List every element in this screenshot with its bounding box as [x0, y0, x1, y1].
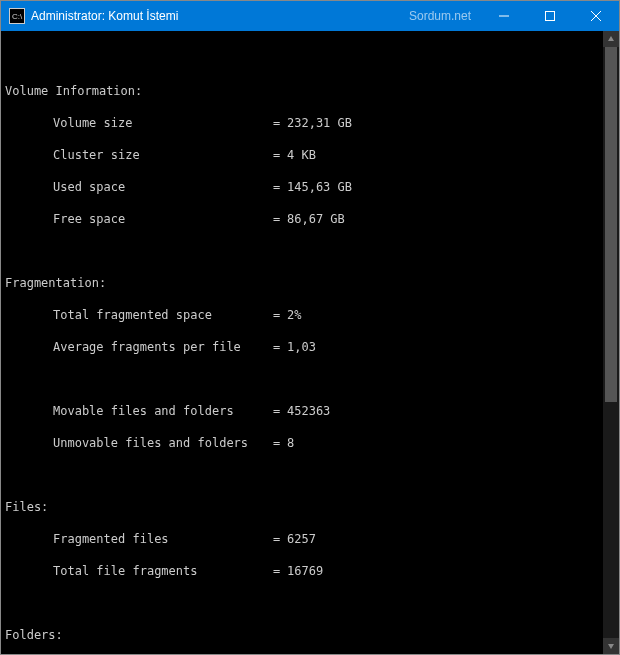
row-value: 8	[287, 435, 294, 451]
svg-rect-1	[546, 12, 555, 21]
blank-line	[5, 595, 603, 611]
row-value: 232,31 GB	[287, 115, 352, 131]
section-header: Volume Information:	[5, 83, 142, 99]
row-label: Free space	[53, 211, 273, 227]
equals: =	[273, 115, 287, 131]
vertical-scrollbar[interactable]	[603, 31, 619, 654]
row-value: 452363	[287, 403, 330, 419]
row-value: 145,63 GB	[287, 179, 352, 195]
svg-marker-4	[608, 36, 614, 41]
equals: =	[273, 307, 287, 323]
minimize-button[interactable]	[481, 1, 527, 31]
minimize-icon	[499, 11, 509, 21]
equals: =	[273, 339, 287, 355]
row-label: Used space	[53, 179, 273, 195]
equals: =	[273, 179, 287, 195]
equals: =	[273, 147, 287, 163]
row-value: 6257	[287, 531, 316, 547]
close-icon	[591, 11, 601, 21]
watermark: Sordum.net	[409, 9, 471, 23]
scroll-down-arrow-icon[interactable]	[603, 638, 619, 654]
svg-marker-5	[608, 644, 614, 649]
row-value: 86,67 GB	[287, 211, 345, 227]
row-value: 1,03	[287, 339, 316, 355]
section-header: Fragmentation:	[5, 275, 106, 291]
window-controls	[481, 1, 619, 31]
maximize-button[interactable]	[527, 1, 573, 31]
terminal-container: Volume Information: Volume size=232,31 G…	[1, 31, 619, 654]
equals: =	[273, 531, 287, 547]
row-label: Movable files and folders	[53, 403, 273, 419]
blank-line	[5, 243, 603, 259]
row-label: Cluster size	[53, 147, 273, 163]
equals: =	[273, 211, 287, 227]
equals: =	[273, 435, 287, 451]
cmd-icon: C:\	[9, 8, 25, 24]
equals: =	[273, 563, 287, 579]
row-label: Total fragmented space	[53, 307, 273, 323]
blank-line	[5, 51, 603, 67]
scroll-thumb[interactable]	[605, 47, 617, 402]
section-header: Files:	[5, 499, 48, 515]
scroll-track[interactable]	[603, 47, 619, 638]
close-button[interactable]	[573, 1, 619, 31]
titlebar: C:\ Administrator: Komut İstemi Sordum.n…	[1, 1, 619, 31]
scroll-up-arrow-icon[interactable]	[603, 31, 619, 47]
row-label: Fragmented files	[53, 531, 273, 547]
row-value: 16769	[287, 563, 323, 579]
equals: =	[273, 403, 287, 419]
row-label: Unmovable files and folders	[53, 435, 273, 451]
row-label: Average fragments per file	[53, 339, 273, 355]
row-label: Total file fragments	[53, 563, 273, 579]
blank-line	[5, 371, 603, 387]
blank-line	[5, 467, 603, 483]
section-header: Folders:	[5, 627, 63, 643]
terminal-output[interactable]: Volume Information: Volume size=232,31 G…	[1, 31, 603, 654]
maximize-icon	[545, 11, 555, 21]
row-value: 2%	[287, 307, 301, 323]
row-value: 4 KB	[287, 147, 316, 163]
row-label: Volume size	[53, 115, 273, 131]
window-title: Administrator: Komut İstemi	[31, 9, 409, 23]
